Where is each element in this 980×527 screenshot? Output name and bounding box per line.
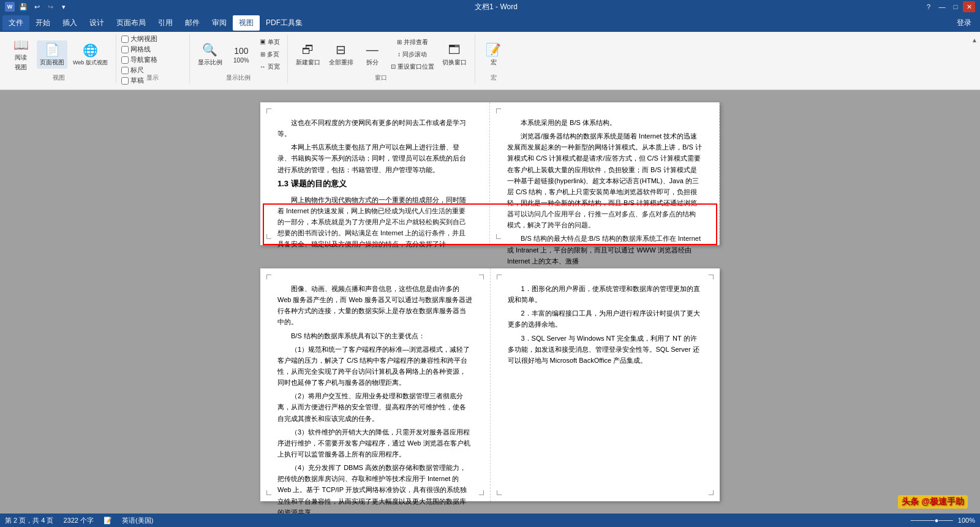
zoom-level: 100% (958, 517, 975, 524)
web-view-btn[interactable]: 🌐 Web 版式视图 (70, 41, 111, 69)
page-count: 第 2 页，共 4 页 (5, 516, 53, 525)
zoom-icon: 🔍 (202, 42, 217, 57)
p1-l2: 本网上书店系统主要包括了用户可以在网上进行注册、登录、书籍购买等一系列的活动；同… (277, 142, 472, 175)
view-group-label: 视图 (2, 74, 116, 82)
menu-mailings[interactable]: 邮件 (179, 15, 206, 31)
menu-view[interactable]: 视图 (233, 15, 260, 31)
reset-window-btn[interactable]: ⊡ 重设窗口位置 (388, 61, 437, 72)
menu-references[interactable]: 引用 (152, 15, 179, 31)
redo-quick-btn[interactable]: ↪ (44, 1, 56, 12)
zoom-group-label: 显示比例 (190, 74, 287, 82)
side-by-side-btn[interactable]: ⊞ 并排查看 (388, 37, 437, 48)
document-area: 这也在不同程度的方便网民有更多的时间去工作或者是学习等。 本网上书店系统主要包括… (0, 90, 980, 514)
read-view-icon: 📖 (13, 37, 29, 52)
multi-page-btn[interactable]: ⊞ 多页 (257, 49, 282, 60)
menu-file[interactable]: 文件 (2, 15, 29, 31)
p2-r3: 3．SQL Server 与 Windows NT 完全集成，利用了 NT 的许… (508, 333, 703, 366)
page-2-left: 图像、动画、视频点播和声音信息，这些信息是由许多的 Web 服务器产生的，而 W… (260, 268, 491, 501)
split-btn[interactable]: — 拆分 (359, 41, 386, 69)
page-2: 图像、动画、视频点播和声音信息，这些信息是由许多的 Web 服务器产生的，而 W… (260, 268, 720, 501)
section-title-1: 1.3 课题的目的意义 (277, 178, 472, 191)
save-quick-btn[interactable]: 💾 (17, 1, 29, 12)
menu-design[interactable]: 设计 (83, 15, 110, 31)
title-bar: W 💾 ↩ ↪ ▾ 文档1 - Word ? — □ ✕ (0, 0, 980, 13)
switch-window-btn[interactable]: 🗔 切换窗口 (439, 41, 470, 69)
read-view-btn[interactable]: 📖 阅读 视图 (7, 36, 34, 74)
menu-pdf[interactable]: PDF工具集 (260, 15, 309, 31)
arrange-all-btn[interactable]: ⊟ 全部重排 (326, 40, 356, 69)
p1-l1: 这也在不同程度的方便网民有更多的时间去工作或者是学习等。 (277, 117, 472, 139)
new-window-btn[interactable]: 🗗 新建窗口 (293, 41, 323, 69)
macro-icon: 📝 (486, 42, 501, 57)
p2-l3: （1）规范和统一了客户端程序的标准—浏览器模式，减轻了客户端的压力，解决了 C/… (277, 344, 473, 389)
p2-l1: 图像、动画、视频点播和声音信息，这些信息是由许多的 Web 服务器产生的，而 W… (277, 283, 473, 328)
page-1-right: 本系统采用的是 B/S 体系结构。 浏览器/服务器结构的数据库系统是随着 Int… (490, 102, 720, 245)
p2-l6: （4）充分发挥了 DBMS 高效的数据存储和数据管理能力，把传统的数据库房访问、… (277, 462, 473, 514)
page-2-right: 1．图形化的用户界面，使系统管理和数据库的管理更加的直观和简单。 2．丰富的编程… (491, 268, 720, 501)
p2-r1: 1．图形化的用户界面，使系统管理和数据库的管理更加的直观和简单。 (508, 283, 703, 305)
restore-btn[interactable]: □ (949, 1, 962, 12)
menu-review[interactable]: 审阅 (206, 15, 233, 31)
minimize-btn[interactable]: — (936, 1, 948, 12)
status-bar: 第 2 页，共 4 页 2322 个字 📝 英语(美国) ─────●─── 1… (0, 514, 980, 527)
p2-l5: （3）软件维护的开销大大的降低，只需开发对服务器应用程序进行维护，不需要开发客户… (277, 427, 473, 460)
window-controls: ? — □ ✕ (922, 1, 975, 12)
switch-window-icon: 🗔 (448, 43, 461, 57)
p1-r2: 浏览器/服务器结构的数据库系统是随着 Internet 技术的迅速发展而发展起来… (507, 131, 702, 230)
macro-btn[interactable]: 📝 宏 (480, 40, 507, 69)
help-btn[interactable]: ? (922, 1, 935, 12)
p2-r2: 2．丰富的编程接口工具，为用户进行程序设计时提供了更大更多的选择余地。 (508, 308, 703, 330)
corner-tl-1 (266, 108, 271, 113)
watermark: 头条 @极速手助 (898, 495, 968, 509)
gridlines-check[interactable]: 网格线 (121, 45, 157, 54)
split-icon: — (366, 43, 379, 57)
ribbon-group-show: 大纲视图 网格线 导航窗格 标尺 草稿 显示 (116, 34, 190, 83)
arrange-all-icon: ⊟ (336, 42, 346, 57)
nav-pane-check[interactable]: 导航窗格 (121, 55, 157, 64)
ribbon: 📖 阅读 视图 📄 页面视图 🌐 Web 版式视图 视图 大纲视图 网格线 导航… (0, 32, 980, 90)
corner-tr-mark-1 (496, 108, 501, 113)
p2-l2: B/S 结构的数据库系统具有以下的主要优点： (277, 330, 473, 341)
menu-login[interactable]: 登录 (951, 15, 978, 31)
page-view-btn[interactable]: 📄 页面视图 (37, 40, 67, 69)
corner-tl-2 (266, 275, 271, 279)
word-count: 2322 个字 (63, 516, 94, 525)
corner-br-2 (479, 490, 484, 495)
zoom-btn[interactable]: 🔍 显示比例 (195, 40, 225, 69)
p2-l4: （2）将用户交互性、应用业务处理和数据管理三者彻底分离，从而方便进行严格的安全管… (277, 390, 473, 423)
quick-access-toolbar: 💾 ↩ ↪ ▾ (17, 1, 70, 12)
p1-r3: B/S 结构的最大特点是:B/S 结构的数据库系统工作在 Internet 或 … (507, 233, 702, 266)
zoom-options: ▣ 单页 ⊞ 多页 ↔ 页宽 (257, 37, 282, 72)
page-view-icon: 📄 (45, 42, 60, 57)
ribbon-group-view: 📖 阅读 视图 📄 页面视图 🌐 Web 版式视图 视图 (2, 34, 116, 83)
new-window-icon: 🗗 (302, 43, 314, 57)
zoom-100-icon: 100 (234, 46, 248, 56)
corner-tr-2 (479, 275, 484, 279)
menu-layout[interactable]: 页面布局 (110, 15, 152, 31)
zoom-100-btn[interactable]: 100 100% (228, 44, 255, 66)
undo-quick-btn[interactable]: ↩ (31, 1, 43, 12)
customize-quick-btn[interactable]: ▾ (58, 1, 70, 12)
zoom-slider[interactable]: ─────●─── (911, 517, 953, 524)
corner-tr-2r (709, 275, 714, 279)
outline-check[interactable]: 大纲视图 (121, 34, 157, 44)
ribbon-group-window: 🗗 新建窗口 ⊟ 全部重排 — 拆分 ⊞ 并排查看 ↕ 同步滚动 ⊡ 重设窗口位… (288, 34, 475, 83)
proofing-label: 英语(美国) (122, 516, 153, 525)
page-width-btn[interactable]: ↔ 页宽 (257, 61, 282, 72)
page-1: 这也在不同程度的方便网民有更多的时间去工作或者是学习等。 本网上书店系统主要包括… (260, 102, 720, 245)
single-page-btn[interactable]: ▣ 单页 (257, 37, 282, 48)
proofing-lang: 📝 (104, 517, 112, 525)
ribbon-collapse-btn[interactable]: ▲ (971, 34, 978, 44)
p1-r1: 本系统采用的是 B/S 体系结构。 (507, 117, 702, 128)
sync-scroll-btn[interactable]: ↕ 同步滚动 (388, 49, 437, 60)
window-title: 文档1 - Word (70, 2, 922, 12)
p1-l3: 网上购物作为现代购物方式的一个重要的组成部分，同时随着 Internet 的快速… (277, 194, 472, 250)
corner-bl-2 (266, 490, 271, 495)
menu-home[interactable]: 开始 (29, 15, 56, 31)
menu-insert[interactable]: 插入 (56, 15, 83, 31)
macro-group-label: 宏 (475, 74, 512, 82)
corner-br-mark-1 (496, 234, 501, 239)
ribbon-group-zoom: 🔍 显示比例 100 100% ▣ 单页 ⊞ 多页 ↔ 页宽 显示比例 (190, 34, 288, 83)
show-group-label: 显示 (116, 74, 189, 82)
close-btn[interactable]: ✕ (963, 1, 975, 12)
